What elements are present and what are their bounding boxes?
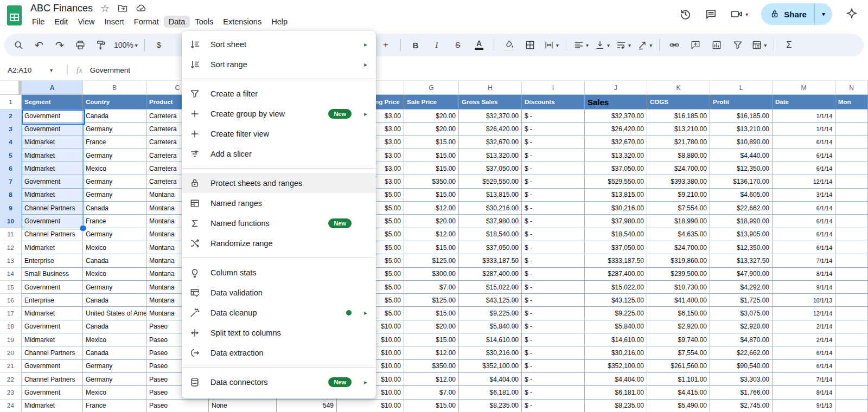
- share-button[interactable]: Share ▾: [761, 3, 832, 25]
- cell[interactable]: $20.00: [404, 320, 459, 333]
- formula-input[interactable]: Government: [90, 66, 130, 74]
- cell[interactable]: Government: [22, 123, 83, 136]
- row-header-22[interactable]: 22: [0, 373, 22, 386]
- cell[interactable]: $32,670.00: [585, 136, 647, 149]
- cell[interactable]: $ -: [522, 136, 585, 149]
- cell[interactable]: Midmarket: [22, 136, 83, 149]
- cell[interactable]: [835, 254, 868, 267]
- cell[interactable]: $ -: [522, 241, 585, 254]
- column-header-H[interactable]: H: [459, 81, 522, 95]
- cell[interactable]: $6,150.00: [647, 307, 710, 320]
- cell[interactable]: 1/1/14: [773, 123, 835, 136]
- cell[interactable]: 6/1/14: [773, 228, 835, 241]
- cell[interactable]: $333,187.50: [459, 254, 522, 267]
- cell[interactable]: $1,766.00: [710, 386, 773, 399]
- cell[interactable]: $32,670.00: [459, 136, 522, 149]
- cell[interactable]: $4,404.00: [459, 373, 522, 386]
- menu-item-create-group-by-view[interactable]: Create group by viewNew▸: [182, 104, 376, 124]
- sheets-logo-icon[interactable]: [7, 5, 23, 27]
- cell[interactable]: $ -: [522, 333, 585, 346]
- cell[interactable]: $13,905.00: [710, 228, 773, 241]
- cell[interactable]: Midmarket: [22, 241, 83, 254]
- cell[interactable]: $4,292.00: [710, 281, 773, 294]
- row-header-12[interactable]: 12: [0, 241, 22, 254]
- cell[interactable]: $261,560.00: [647, 360, 710, 373]
- menubar-item-edit[interactable]: Edit: [49, 16, 73, 28]
- column-header-N[interactable]: N: [835, 81, 868, 95]
- cell[interactable]: 6/1/14: [773, 360, 835, 373]
- cell[interactable]: $9,225.00: [459, 307, 522, 320]
- cell[interactable]: $18,540.00: [585, 228, 647, 241]
- cell[interactable]: $393,380.00: [647, 175, 710, 188]
- cell[interactable]: $13,320.00: [585, 149, 647, 162]
- row-header-14[interactable]: 14: [0, 268, 22, 281]
- cell[interactable]: Canada: [83, 294, 146, 307]
- cell[interactable]: $14,610.00: [585, 333, 647, 346]
- cell[interactable]: 9/1/14: [773, 281, 835, 294]
- cell[interactable]: Date: [773, 95, 835, 110]
- cell[interactable]: 7/1/14: [773, 373, 835, 386]
- cell[interactable]: $6,181.00: [585, 386, 647, 399]
- cell[interactable]: $15.00: [404, 307, 459, 320]
- cell[interactable]: $ -: [522, 110, 585, 123]
- row-header-1[interactable]: 1: [0, 95, 22, 110]
- menubar-item-help[interactable]: Help: [266, 16, 292, 28]
- paint-format-icon[interactable]: [92, 37, 110, 53]
- column-header-K[interactable]: K: [647, 81, 710, 95]
- gemini-sparkle-icon[interactable]: [845, 8, 858, 21]
- cell[interactable]: $24,700.00: [647, 162, 710, 175]
- cell[interactable]: $9,225.00: [585, 307, 647, 320]
- cell[interactable]: $47,900.00: [710, 268, 773, 281]
- cell[interactable]: $22,662.00: [710, 202, 773, 215]
- cell[interactable]: 6/1/14: [773, 241, 835, 254]
- cell[interactable]: $1,101.00: [647, 373, 710, 386]
- menu-item-data-connectors[interactable]: Data connectorsNew▸: [182, 372, 376, 392]
- cell[interactable]: Government: [22, 215, 83, 228]
- cell[interactable]: [835, 333, 868, 346]
- cell[interactable]: Germany: [83, 373, 146, 386]
- cell[interactable]: $5,840.00: [585, 320, 647, 333]
- cell[interactable]: $ -: [522, 373, 585, 386]
- cell[interactable]: $7.00: [404, 386, 459, 399]
- row-header-6[interactable]: 6: [0, 162, 22, 175]
- cell[interactable]: $18,540.00: [459, 228, 522, 241]
- cell[interactable]: 12/1/14: [773, 175, 835, 188]
- cell[interactable]: [835, 136, 868, 149]
- cell[interactable]: $43,125.00: [459, 294, 522, 307]
- cell[interactable]: $41,400.00: [647, 294, 710, 307]
- column-header-J[interactable]: J: [585, 81, 647, 95]
- cell[interactable]: $529,550.00: [459, 175, 522, 188]
- cell[interactable]: Mexico: [83, 268, 146, 281]
- menu-item-add-a-slicer[interactable]: Add a slicer: [182, 144, 376, 164]
- cell[interactable]: $2,920.00: [647, 320, 710, 333]
- name-box[interactable]: A2:A10: [0, 66, 49, 74]
- row-header-18[interactable]: 18: [0, 320, 22, 333]
- cell[interactable]: $350.00: [404, 360, 459, 373]
- cell[interactable]: $30,216.00: [585, 346, 647, 359]
- meet-video-button[interactable]: ▾: [730, 8, 748, 21]
- cell[interactable]: Enterprise: [22, 254, 83, 267]
- cell[interactable]: $ -: [522, 320, 585, 333]
- cell[interactable]: $239,500.00: [647, 268, 710, 281]
- cell[interactable]: Enterprise: [22, 294, 83, 307]
- cloud-saved-icon[interactable]: [136, 3, 146, 14]
- cell[interactable]: [835, 215, 868, 228]
- cell[interactable]: Channel Partners: [22, 228, 83, 241]
- search-icon[interactable]: [10, 37, 27, 53]
- cell[interactable]: $ -: [522, 307, 585, 320]
- cell[interactable]: 3/1/14: [773, 189, 835, 202]
- cell[interactable]: $ -: [522, 386, 585, 399]
- cell[interactable]: Government: [22, 175, 83, 188]
- star-icon[interactable]: ☆: [100, 2, 110, 15]
- column-header-G[interactable]: G: [404, 81, 459, 95]
- insert-chart-button[interactable]: [708, 37, 725, 53]
- row-header-24[interactable]: 24: [0, 400, 22, 412]
- cell[interactable]: Midmarket: [22, 189, 83, 202]
- cell[interactable]: $32,370.00: [585, 110, 647, 123]
- cell[interactable]: $13,210.00: [710, 123, 773, 136]
- cell[interactable]: $13,327.50: [710, 254, 773, 267]
- cell[interactable]: [835, 281, 868, 294]
- cell[interactable]: $ -: [522, 189, 585, 202]
- cell[interactable]: Canada: [83, 202, 146, 215]
- column-header-A[interactable]: A: [22, 81, 83, 95]
